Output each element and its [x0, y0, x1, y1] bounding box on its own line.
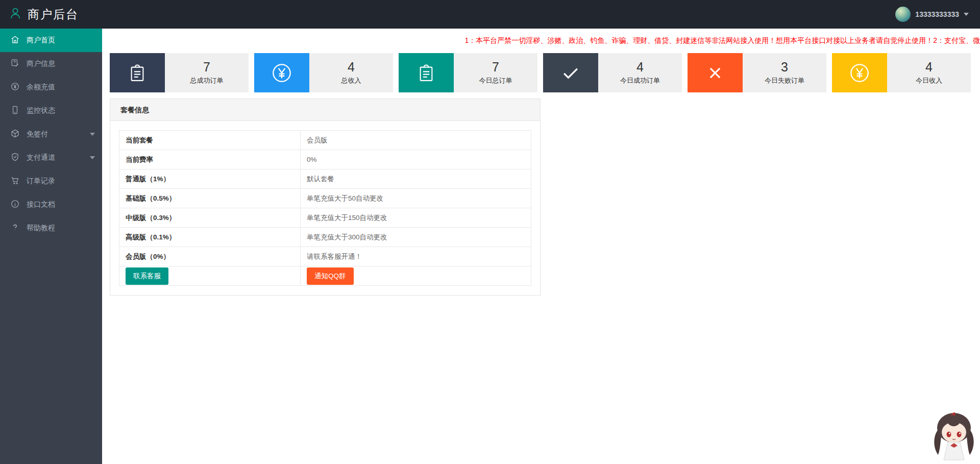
sidebar-item-recharge[interactable]: 余额充值: [0, 76, 102, 99]
row-label: 会员版（0%）: [119, 247, 301, 266]
close-icon: [688, 53, 743, 92]
stat-card-today-orders: 7 今日总订单: [399, 53, 537, 92]
sidebar-item-orders[interactable]: 订单记录: [0, 169, 102, 193]
chevron-down-icon: [90, 156, 95, 159]
check-icon: [543, 53, 598, 92]
panel-body: 当前套餐 会员版 当前费率 0% 普通版（1%） 默认套餐 基础版（0.5%: [110, 121, 540, 295]
table-row: 当前费率 0%: [119, 150, 531, 169]
row-value: 请联系客服开通！: [301, 247, 531, 266]
sidebar-item-nosign-pay[interactable]: 免签付: [0, 123, 102, 146]
stat-value: 4: [925, 61, 933, 74]
stat-value: 7: [203, 61, 210, 74]
stat-card-info: 4 今日收入: [887, 53, 971, 92]
home-icon: [10, 35, 20, 46]
sidebar-item-label: 订单记录: [27, 177, 95, 186]
main-content: 1：本平台严禁一切淫秽、涉赌、政治、钓鱼、诈骗、理财、借贷、封建迷信等非法网站接…: [102, 29, 980, 464]
brand: 商户后台: [8, 6, 79, 22]
stat-card-info: 7 总成功订单: [165, 53, 249, 92]
cart-icon: [10, 176, 20, 187]
sidebar-item-home[interactable]: 商户首页: [0, 29, 102, 52]
stat-value: 4: [348, 61, 355, 74]
table-row-buttons: 联系客服 通知QQ群: [119, 266, 531, 286]
sidebar: 商户首页 商户信息 余额充值: [0, 29, 102, 464]
stat-card-today-success-orders: 4 今日成功订单: [543, 53, 682, 92]
row-value: 会员版: [301, 131, 531, 150]
table-row: 高级版（0.1%） 单笔充值大于300自动更改: [119, 228, 531, 247]
stat-value: 3: [781, 61, 788, 74]
row-label: 基础版（0.5%）: [119, 189, 301, 208]
info-icon: [10, 199, 20, 210]
notice-marquee: 1：本平台严禁一切淫秽、涉赌、政治、钓鱼、诈骗、理财、借贷、封建迷信等非法网站接…: [464, 36, 980, 45]
table-row: 当前套餐 会员版: [119, 131, 531, 150]
stat-label: 今日失败订单: [765, 76, 804, 85]
sidebar-item-label: 帮助教程: [27, 224, 95, 233]
chevron-down-icon: [90, 133, 95, 136]
avatar[interactable]: [895, 7, 911, 22]
user-menu[interactable]: 13333333333: [895, 7, 969, 22]
table-row: 会员版（0%） 请联系客服开通！: [119, 247, 531, 266]
monitor-icon: [10, 105, 20, 116]
panel-title: 套餐信息: [110, 99, 540, 121]
table-row: 普通版（1%） 默认套餐: [119, 169, 531, 189]
stat-card-today-income: 4 今日收入: [832, 53, 971, 92]
stat-label: 总收入: [341, 76, 361, 85]
stat-card-today-failed-orders: 3 今日失败订单: [688, 53, 826, 92]
stat-label: 今日收入: [916, 76, 942, 85]
sidebar-item-pay-channel[interactable]: 支付通道: [0, 146, 102, 169]
table-row: 中级版（0.3%） 单笔充值大于150自动更改: [119, 208, 531, 228]
sidebar-item-label: 接口文档: [27, 200, 95, 209]
package-table: 当前套餐 会员版 当前费率 0% 普通版（1%） 默认套餐 基础版（0.5%: [119, 130, 531, 286]
stat-value: 7: [492, 61, 499, 74]
merchant-info-icon: [10, 58, 20, 69]
notify-qq-group-button[interactable]: 通知QQ群: [307, 267, 354, 285]
cube-icon: [10, 129, 20, 140]
page-title: 商户后台: [28, 7, 79, 22]
stat-card-info: 3 今日失败订单: [743, 53, 826, 92]
recharge-yen-icon: [10, 82, 20, 93]
stat-card-total-income: 4 总收入: [254, 53, 393, 92]
question-icon: [10, 223, 20, 234]
yen-icon: [254, 53, 309, 92]
top-navbar: 商户后台 13333333333: [0, 0, 980, 29]
person-icon: [8, 6, 22, 22]
row-value: 0%: [301, 150, 531, 169]
sidebar-item-api-docs[interactable]: 接口文档: [0, 193, 102, 216]
stat-label: 今日成功订单: [620, 76, 660, 85]
row-label: 当前费率: [119, 150, 301, 169]
table-row: 基础版（0.5%） 单笔充值大于50自动更改: [119, 189, 531, 208]
sidebar-item-label: 商户信息: [27, 59, 95, 68]
sidebar-item-monitor[interactable]: 监控状态: [0, 99, 102, 123]
row-label: 普通版（1%）: [119, 169, 301, 189]
yen-icon: [832, 53, 887, 92]
row-value: 单笔充值大于300自动更改: [301, 228, 531, 247]
clipboard-icon: [110, 53, 165, 92]
shield-icon: [10, 152, 20, 163]
sidebar-item-label: 余额充值: [27, 83, 95, 92]
username[interactable]: 13333333333: [915, 10, 959, 18]
stat-card-info: 4 总收入: [309, 53, 393, 92]
sidebar-item-help[interactable]: 帮助教程: [0, 216, 102, 240]
row-value: 默认套餐: [301, 169, 531, 189]
sidebar-item-label: 监控状态: [27, 106, 95, 115]
chevron-down-icon: [964, 13, 969, 16]
sidebar-item-label: 支付通道: [27, 153, 83, 162]
row-label: 中级版（0.3%）: [119, 208, 301, 228]
row-label: 当前套餐: [119, 131, 301, 150]
contact-support-button[interactable]: 联系客服: [126, 267, 168, 285]
stat-card-total-success-orders: 7 总成功订单: [110, 53, 249, 92]
stat-cards: 7 总成功订单 4 总收入: [110, 53, 980, 92]
row-label: 高级版（0.1%）: [119, 228, 301, 247]
mascot-image: [930, 410, 978, 464]
stat-value: 4: [636, 61, 644, 74]
row-value: 单笔充值大于150自动更改: [301, 208, 531, 228]
stat-card-info: 7 今日总订单: [454, 53, 537, 92]
stat-label: 今日总订单: [479, 76, 512, 85]
row-value: 单笔充值大于50自动更改: [301, 189, 531, 208]
package-info-panel: 套餐信息 当前套餐 会员版 当前费率 0% 普通版（1%）: [110, 99, 541, 296]
sidebar-item-label: 免签付: [27, 130, 83, 139]
stat-label: 总成功订单: [190, 76, 224, 85]
stat-card-info: 4 今日成功订单: [598, 53, 682, 92]
sidebar-item-label: 商户首页: [27, 36, 95, 45]
clipboard-icon: [399, 53, 454, 92]
sidebar-item-merchant-info[interactable]: 商户信息: [0, 52, 102, 76]
